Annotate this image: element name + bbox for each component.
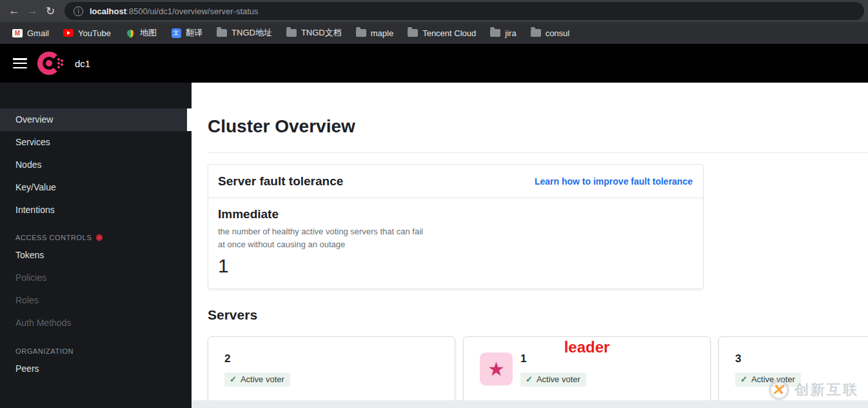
bookmark-translate[interactable]: 文 翻译 [165, 25, 208, 41]
servers-heading: Servers [208, 307, 868, 323]
server-number: 2 [224, 352, 290, 365]
bookmark-tngd-docs[interactable]: TNGD文档 [281, 25, 348, 41]
server-card[interactable]: 2 ✓ Active voter [208, 336, 455, 403]
gmail-icon: M [12, 28, 23, 38]
section-access-controls: ACCESS CONTROLS [0, 231, 192, 244]
fault-level: Immediate [218, 207, 693, 221]
check-icon: ✓ [230, 374, 237, 384]
bookmark-label: TNGD文档 [301, 27, 342, 39]
fault-tolerance-value: 1 [218, 255, 693, 277]
acl-status-dot-icon [96, 234, 103, 241]
folder-icon [356, 28, 366, 38]
bottom-strip [192, 400, 868, 408]
sidebar-item-tokens[interactable]: Tokens [0, 244, 192, 267]
maps-pin-icon [125, 28, 135, 38]
bookmark-gmail[interactable]: M Gmail [6, 26, 55, 40]
sidebar-item-policies[interactable]: Policies [0, 267, 192, 289]
status-badge: ✓ Active voter [520, 372, 586, 387]
bookmark-label: maple [371, 28, 393, 38]
check-icon: ✓ [740, 374, 747, 384]
sidebar-item-keyvalue[interactable]: Key/Value [0, 176, 192, 199]
bookmark-tngd-address[interactable]: TNGD地址 [211, 25, 278, 41]
status-badge: ✓ Active voter [224, 372, 290, 387]
fault-description: the number of healthy active voting serv… [218, 225, 693, 251]
server-number: 3 [735, 352, 801, 365]
server-card-leader[interactable]: leader ★ 1 ✓ Active voter [463, 336, 711, 403]
check-icon: ✓ [526, 374, 533, 384]
back-button[interactable]: ← [5, 2, 23, 20]
url-host: localhost [90, 6, 126, 16]
bookmark-youtube[interactable]: YouTube [57, 26, 117, 40]
folder-icon [490, 28, 500, 38]
translate-icon: 文 [171, 28, 181, 38]
title-divider [208, 152, 868, 153]
reload-button[interactable]: ↻ [41, 2, 59, 20]
folder-icon [531, 28, 541, 38]
datacenter-selector[interactable]: dc1 [75, 58, 90, 69]
app-header: dc1 [0, 44, 868, 83]
fault-card-title: Server fault tolerance [218, 174, 343, 189]
bookmark-maps[interactable]: 地图 [119, 25, 163, 41]
page-info-icon[interactable]: i [74, 6, 83, 16]
improve-fault-tolerance-link[interactable]: Learn how to improve fault tolerance [535, 176, 693, 187]
bookmark-tencent-cloud[interactable]: Tencent Cloud [402, 26, 482, 40]
sidebar: Overview Services Nodes Key/Value Intent… [0, 83, 192, 408]
browser-toolbar: ← → ↻ i localhost:8500/ui/dc1/overview/s… [0, 0, 868, 22]
url-path: :8500/ui/dc1/overview/server-status [126, 6, 258, 16]
sidebar-item-nodes[interactable]: Nodes [0, 154, 192, 176]
sidebar-item-peers[interactable]: Peers [0, 358, 192, 380]
section-organization: ORGANIZATION [0, 345, 192, 358]
bookmark-jira[interactable]: jira [484, 26, 522, 40]
main-content: Cluster Overview Server fault tolerance … [192, 83, 868, 408]
forward-button[interactable]: → [23, 2, 41, 20]
server-cards-row: 2 ✓ Active voter leader ★ 1 ✓ Active vot [208, 336, 868, 403]
sidebar-item-services[interactable]: Services [0, 131, 192, 154]
bookmark-label: Tencent Cloud [422, 28, 476, 38]
folder-icon [408, 28, 418, 38]
folder-icon [217, 28, 227, 38]
bookmark-label: TNGD地址 [232, 27, 272, 39]
menu-hamburger-icon[interactable] [13, 58, 27, 68]
fault-tolerance-card: Server fault tolerance Learn how to impr… [208, 164, 704, 289]
sidebar-item-auth-methods[interactable]: Auth Methods [0, 312, 192, 334]
sidebar-item-overview[interactable]: Overview [0, 108, 192, 131]
address-bar[interactable]: i localhost:8500/ui/dc1/overview/server-… [64, 2, 864, 20]
consul-logo-icon[interactable] [37, 50, 63, 76]
bookmark-label: 翻译 [186, 27, 202, 39]
youtube-icon [63, 28, 74, 38]
leader-star-icon: ★ [480, 352, 513, 385]
sidebar-item-intentions[interactable]: Intentions [0, 199, 192, 221]
bookmarks-bar: M Gmail YouTube 地图 文 翻译 TNGD地址 TNGD文档 ma… [0, 22, 868, 44]
bookmark-label: consul [546, 28, 570, 38]
server-card[interactable]: 3 ✓ Active voter [718, 336, 868, 403]
bookmark-label: 地图 [140, 27, 157, 39]
url-text[interactable]: localhost:8500/ui/dc1/overview/server-st… [90, 6, 259, 16]
page-title: Cluster Overview [208, 116, 868, 137]
status-badge: ✓ Active voter [735, 372, 801, 387]
bookmark-maple[interactable]: maple [350, 26, 399, 40]
bookmark-label: YouTube [78, 28, 111, 38]
bookmark-consul[interactable]: consul [525, 26, 576, 40]
bookmark-label: jira [505, 28, 516, 38]
leader-annotation: leader [464, 338, 710, 356]
sidebar-item-roles[interactable]: Roles [0, 289, 192, 312]
bookmark-label: Gmail [27, 28, 49, 38]
folder-icon [286, 28, 297, 38]
